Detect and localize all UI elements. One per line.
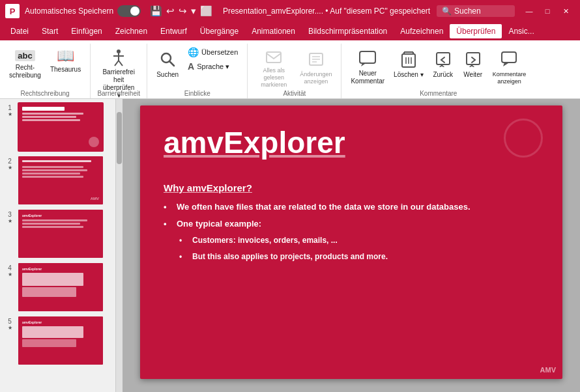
kommentare-group-label: Kommentare — [347, 88, 530, 98]
slide-image-5[interactable]: amvExplorer — [18, 316, 103, 365]
autosave-toggle[interactable] — [117, 5, 141, 17]
rechtschreibung-icon: abc — [15, 50, 35, 61]
slide-image-4[interactable]: amvExplorer — [18, 263, 103, 311]
mini-title-4: amvExplorer — [22, 267, 99, 271]
alles-gelesen-button[interactable]: Alles als gelesenmarkieren — [253, 45, 295, 88]
more-icon[interactable]: ▾ — [191, 5, 196, 17]
maximize-button[interactable]: □ — [538, 2, 557, 20]
menu-ansicht[interactable]: Ansic... — [502, 24, 540, 38]
autosave-section: Automatisches Speichern — [25, 5, 141, 17]
powerpoint-logo: P — [5, 4, 20, 18]
aenderungen-icon — [306, 49, 326, 70]
slide-bullet-2-sub2: • But this also applies to projects, pro… — [164, 251, 539, 262]
menu-uebergaenge[interactable]: Übergänge — [194, 24, 245, 38]
zurueck-button[interactable]: Zurück — [429, 45, 457, 88]
menu-datei[interactable]: Datei — [4, 24, 35, 38]
slide-thumb-4[interactable]: 4 ★ amvExplorer — [3, 262, 113, 313]
slide-image-2[interactable]: AMV — [18, 156, 103, 204]
ribbon-group-items: NeuerKommentar Löschen ▾ Zurück Weiter — [347, 45, 530, 88]
mini-content-5b — [22, 339, 76, 347]
ribbon-group-kommentare: NeuerKommentar Löschen ▾ Zurück Weiter — [341, 44, 535, 98]
slide-image-1[interactable] — [18, 103, 103, 151]
slide-thumb-2[interactable]: 2 ★ AMV — [3, 155, 113, 206]
slide-panel: 1 ★ 2 ★ — [0, 99, 116, 392]
slide-image-3[interactable]: amvExplorer — [18, 210, 103, 258]
menu-animationen[interactable]: Animationen — [245, 24, 302, 38]
menu-einfuegen[interactable]: Einfügen — [65, 24, 108, 38]
rechtschreibung-button[interactable]: abc Recht-schreibung — [5, 45, 45, 88]
bullet-char-2: • — [164, 218, 171, 230]
canvas-area: amvExplorer Why amvExplorer? • We often … — [123, 99, 580, 392]
minimize-button[interactable]: — — [520, 2, 538, 20]
menu-aufzeichnen[interactable]: Aufzeichnen — [394, 24, 450, 38]
scrollbar-thumb[interactable] — [117, 112, 122, 164]
slide-star-1: ★ — [8, 111, 12, 117]
uebersetzen-button[interactable]: 🌐 Übersetzen — [184, 45, 242, 59]
search-box[interactable]: 🔍 Suchen — [437, 5, 515, 17]
sprache-button[interactable]: A Sprache ▾ — [184, 59, 242, 74]
watermark — [504, 119, 543, 158]
mini-logo — [89, 137, 99, 147]
slide-title: amvExplorer — [164, 125, 539, 160]
save-icon[interactable]: 💾 — [150, 5, 162, 17]
slide-number-2: 2 — [8, 158, 12, 165]
mini-text — [22, 219, 87, 221]
loeschen-button[interactable]: Löschen ▾ — [390, 45, 428, 88]
menu-bildschirmpraesentation[interactable]: Bildschirmpräsentation — [302, 24, 394, 38]
menu-start[interactable]: Start — [35, 24, 65, 38]
panel-scrollbar[interactable] — [116, 99, 123, 392]
thesaurus-button[interactable]: 📖 Thesaurus — [46, 45, 85, 88]
mini-content-4 — [22, 273, 83, 286]
svg-rect-7 — [267, 52, 281, 63]
slide-thumb-5[interactable]: 5 ★ amvExplorer — [3, 315, 113, 366]
slide-thumb-1[interactable]: 1 ★ — [3, 102, 113, 152]
suchen-label: Suchen — [156, 71, 179, 79]
svg-rect-25 — [502, 52, 516, 63]
mini-amv: AMV — [91, 197, 99, 201]
suchen-button[interactable]: Suchen — [152, 45, 182, 88]
slide-canvas[interactable]: amvExplorer Why amvExplorer? • We often … — [140, 105, 562, 379]
present-icon[interactable]: ⬜ — [200, 5, 212, 17]
aktivitaet-group-label: Aktivität — [253, 88, 336, 98]
svg-line-6 — [169, 61, 174, 66]
aenderungen-label: Änderungenanzeigen — [300, 71, 332, 85]
sprache-col: 🌐 Übersetzen A Sprache ▾ — [184, 45, 242, 74]
svg-line-3 — [115, 61, 119, 66]
search-icon: 🔍 — [442, 7, 452, 16]
main-area: 1 ★ 2 ★ — [0, 99, 580, 392]
ribbon-group-items: Suchen 🌐 Übersetzen A Sprache ▾ — [152, 45, 242, 88]
suchen-icon — [157, 49, 178, 70]
slide-thumb-3[interactable]: 3 ★ amvExplorer — [3, 208, 113, 259]
menu-ueberprufen[interactable]: Überprüfen — [450, 24, 502, 38]
svg-marker-22 — [439, 65, 445, 67]
neuer-kommentar-label: NeuerKommentar — [351, 70, 384, 85]
ribbon-group-items: abc Recht-schreibung 📖 Thesaurus — [5, 45, 85, 88]
rechtschreibung-group-label: Rechtschreibung — [5, 88, 85, 98]
neuer-kommentar-icon — [357, 49, 378, 68]
redo-icon[interactable]: ↪ — [179, 5, 187, 17]
slide-bullet-1-text: We often have files that are related to … — [177, 201, 471, 213]
menu-entwurf[interactable]: Entwurf — [154, 24, 194, 38]
undo-icon[interactable]: ↩ — [166, 5, 175, 17]
svg-marker-24 — [469, 65, 475, 67]
menu-zeichnen[interactable]: Zeichnen — [109, 24, 154, 38]
alles-gelesen-label: Alles als gelesenmarkieren — [257, 67, 291, 88]
kommentare-anzeigen-button[interactable]: Kommentareanzeigen — [489, 45, 530, 88]
barrierefreiheit-group-label: Barrierefreiheit — [96, 88, 141, 98]
slide-star-4: ★ — [8, 272, 12, 277]
close-button[interactable]: ✕ — [557, 2, 575, 20]
slide-number-3: 3 — [8, 211, 12, 218]
barrierefreiheit-button[interactable]: Barrierefreiheitüberprüfen ▾ — [96, 45, 141, 88]
weiter-label: Weiter — [463, 71, 482, 79]
slide-bullet-2: • One typical example: — [164, 218, 539, 230]
neuer-kommentar-button[interactable]: NeuerKommentar — [347, 45, 388, 88]
weiter-icon — [463, 49, 484, 70]
kommentare-anzeigen-icon — [499, 49, 519, 70]
slide-number-1: 1 — [8, 104, 12, 111]
window-controls: — □ ✕ — [520, 2, 575, 20]
weiter-button[interactable]: Weiter — [459, 45, 487, 88]
mini-content-5 — [22, 326, 83, 338]
uebersetzen-icon: 🌐 — [188, 47, 199, 57]
aenderungen-button[interactable]: Änderungenanzeigen — [296, 45, 336, 88]
alles-gelesen-icon — [263, 49, 284, 66]
